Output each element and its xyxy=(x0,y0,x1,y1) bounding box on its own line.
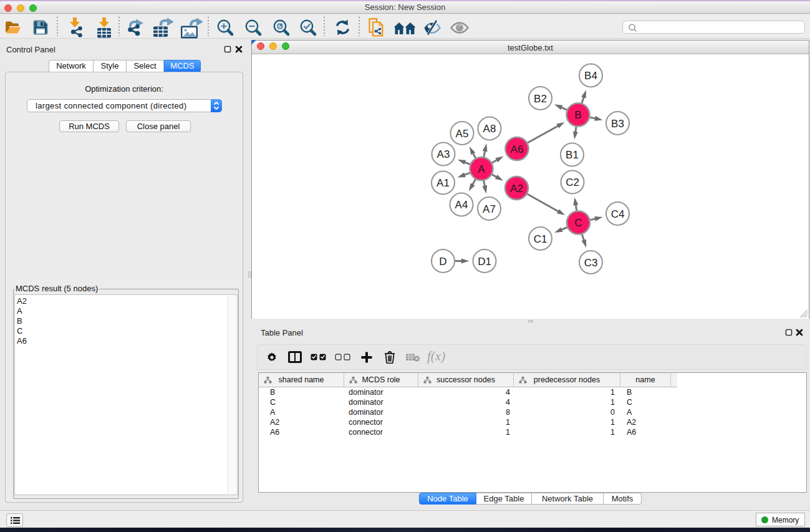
svg-text:C3: C3 xyxy=(584,257,598,269)
svg-text:A3: A3 xyxy=(437,148,450,160)
svg-text:A2: A2 xyxy=(510,183,523,195)
svg-text:C1: C1 xyxy=(534,233,547,245)
svg-text:A6: A6 xyxy=(511,143,524,155)
svg-text:B3: B3 xyxy=(611,118,624,130)
svg-text:A4: A4 xyxy=(455,199,468,211)
svg-text:B4: B4 xyxy=(584,70,597,82)
svg-text:C2: C2 xyxy=(566,177,579,188)
svg-text:A: A xyxy=(478,163,485,175)
svg-text:A7: A7 xyxy=(483,203,496,215)
svg-text:D: D xyxy=(439,256,446,268)
svg-text:B1: B1 xyxy=(566,149,579,161)
svg-text:A1: A1 xyxy=(436,177,450,189)
svg-text:A5: A5 xyxy=(456,128,469,140)
svg-text:B2: B2 xyxy=(534,93,547,105)
svg-text:C4: C4 xyxy=(611,208,625,220)
svg-text:B: B xyxy=(574,109,581,121)
svg-text:A8: A8 xyxy=(483,123,496,135)
svg-text:C: C xyxy=(574,217,582,229)
svg-text:D1: D1 xyxy=(478,256,491,268)
